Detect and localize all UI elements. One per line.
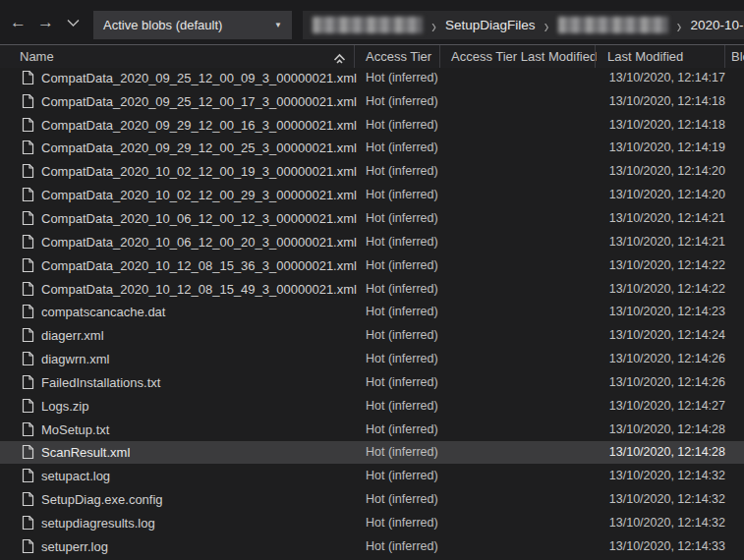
- file-name-cell: CompatData_2020_09_25_12_00_17_3_0000002…: [41, 93, 357, 108]
- file-list-rows: CompatData_2020_09_25_12_00_09_3_0000002…: [0, 68, 744, 558]
- last-modified-cell: 13/10/2020, 12:14:22: [609, 258, 725, 272]
- last-modified-cell: 13/10/2020, 12:14:32: [609, 516, 725, 530]
- file-icon: [22, 491, 34, 507]
- last-modified-cell: 13/10/2020, 12:14:28: [609, 422, 725, 436]
- access-tier-cell: Hot (inferred): [366, 140, 438, 154]
- last-modified-cell: 13/10/2020, 12:14:20: [609, 188, 725, 201]
- file-icon: [22, 515, 34, 531]
- column-header-blob-type[interactable]: Blob Type: [731, 45, 744, 68]
- table-row[interactable]: CompatData_2020_10_12_08_15_36_3_0000002…: [0, 253, 744, 277]
- file-name-cell: CompatData_2020_10_02_12_00_29_3_0000002…: [41, 188, 357, 202]
- last-modified-cell: 13/10/2020, 12:14:27: [609, 399, 725, 413]
- access-tier-cell: Hot (inferred): [366, 492, 438, 506]
- column-header-access-tier[interactable]: Access Tier: [366, 45, 431, 68]
- table-row[interactable]: CompatData_2020_09_29_12_00_16_3_0000002…: [0, 113, 744, 137]
- file-icon: [22, 398, 34, 414]
- last-modified-cell: 13/10/2020, 12:14:17: [609, 71, 725, 84]
- breadcrumb-segment[interactable]: 2020-10-13: [691, 18, 744, 32]
- breadcrumb-separator-icon: ›: [431, 14, 436, 36]
- table-header: Name Access Tier Access Tier Last Modifi…: [0, 45, 744, 68]
- access-tier-cell: Hot (inferred): [366, 516, 438, 530]
- last-modified-cell: 13/10/2020, 12:14:28: [609, 445, 725, 459]
- access-tier-cell: Hot (inferred): [366, 235, 438, 249]
- access-tier-cell: Hot (inferred): [366, 71, 438, 84]
- last-modified-cell: 13/10/2020, 12:14:33: [609, 539, 725, 553]
- file-name-cell: diagerr.xml: [41, 328, 104, 343]
- file-icon: [22, 93, 34, 109]
- access-tier-cell: Hot (inferred): [366, 469, 438, 482]
- file-name-cell: setupdiagresults.log: [41, 515, 155, 530]
- table-row[interactable]: setuperr.logHot (inferred)13/10/2020, 12…: [0, 534, 744, 558]
- file-list: CompatData_2020_09_25_12_00_09_3_0000002…: [0, 68, 744, 560]
- breadcrumb-segment[interactable]: SetupDiagFiles: [445, 18, 536, 32]
- table-row[interactable]: CompatData_2020_10_12_08_15_49_3_0000002…: [0, 277, 744, 301]
- blob-view-dropdown[interactable]: Active blobs (default) ▼: [93, 11, 292, 39]
- breadcrumb-separator-icon: ›: [544, 14, 549, 36]
- table-row[interactable]: Logs.zipHot (inferred)13/10/2020, 12:14:…: [0, 394, 744, 418]
- sort-ascending-icon[interactable]: [332, 50, 347, 68]
- table-row[interactable]: FailedInstallations.txtHot (inferred)13/…: [0, 370, 744, 394]
- last-modified-cell: 13/10/2020, 12:14:32: [609, 492, 725, 506]
- breadcrumb: ›SetupDiagFiles››2020-10-13: [303, 11, 744, 39]
- column-divider[interactable]: [595, 45, 596, 68]
- file-icon: [22, 444, 34, 460]
- table-row[interactable]: MoSetup.txtHot (inferred)13/10/2020, 12:…: [0, 418, 744, 441]
- file-name-cell: CompatData_2020_09_29_12_00_16_3_0000002…: [41, 117, 357, 132]
- table-row[interactable]: SetupDiag.exe.configHot (inferred)13/10/…: [0, 487, 744, 511]
- breadcrumb-redacted-segment[interactable]: [558, 17, 668, 33]
- file-name-cell: Logs.zip: [41, 398, 88, 413]
- file-icon: [22, 421, 34, 437]
- column-divider[interactable]: [354, 45, 355, 68]
- breadcrumb-redacted-segment[interactable]: [313, 17, 423, 33]
- table-row[interactable]: diagerr.xmlHot (inferred)13/10/2020, 12:…: [0, 323, 744, 347]
- file-name-cell: CompatData_2020_10_02_12_00_19_3_0000002…: [41, 164, 357, 179]
- access-tier-cell: Hot (inferred): [366, 258, 438, 272]
- column-header-access-tier-last-modified[interactable]: Access Tier Last Modified: [451, 45, 597, 68]
- last-modified-cell: 13/10/2020, 12:14:32: [609, 469, 725, 482]
- access-tier-cell: Hot (inferred): [366, 352, 438, 365]
- file-icon: [22, 304, 34, 319]
- blob-explorer-window: ← → ↑ Active blobs (default) ▼ ›SetupDia…: [0, 0, 744, 560]
- file-icon: [22, 234, 34, 250]
- forward-icon[interactable]: →: [35, 11, 56, 34]
- table-row[interactable]: CompatData_2020_10_02_12_00_19_3_0000002…: [0, 159, 744, 183]
- file-name-cell: SetupDiag.exe.config: [41, 492, 163, 507]
- table-row[interactable]: CompatData_2020_10_02_12_00_29_3_0000002…: [0, 183, 744, 206]
- table-row[interactable]: diagwrn.xmlHot (inferred)13/10/2020, 12:…: [0, 347, 744, 370]
- file-icon: [22, 140, 34, 155]
- last-modified-cell: 13/10/2020, 12:14:20: [609, 164, 725, 178]
- file-name-cell: compatscancache.dat: [41, 305, 165, 319]
- last-modified-cell: 13/10/2020, 12:14:26: [609, 352, 725, 365]
- file-name-cell: setuperr.log: [41, 538, 108, 553]
- table-row[interactable]: CompatData_2020_09_25_12_00_17_3_0000002…: [0, 89, 744, 113]
- table-row[interactable]: compatscancache.datHot (inferred)13/10/2…: [0, 300, 744, 323]
- column-divider[interactable]: [724, 45, 725, 68]
- last-modified-cell: 13/10/2020, 12:14:19: [609, 140, 725, 154]
- file-name-cell: CompatData_2020_09_25_12_00_09_3_0000002…: [41, 70, 357, 84]
- breadcrumb-separator-icon: ›: [677, 14, 682, 36]
- table-row[interactable]: CompatData_2020_09_29_12_00_25_3_0000002…: [0, 137, 744, 160]
- file-name-cell: MoSetup.txt: [41, 421, 109, 436]
- column-divider[interactable]: [439, 45, 440, 68]
- table-row[interactable]: CompatData_2020_10_06_12_00_12_3_0000002…: [0, 206, 744, 230]
- last-modified-cell: 13/10/2020, 12:14:21: [609, 235, 725, 249]
- table-row[interactable]: CompatData_2020_10_06_12_00_20_3_0000002…: [0, 230, 744, 253]
- table-row[interactable]: ScanResult.xmlHot (inferred)13/10/2020, …: [0, 441, 744, 465]
- column-header-last-modified[interactable]: Last Modified: [607, 45, 683, 68]
- chevron-down-icon[interactable]: [63, 11, 84, 34]
- table-row[interactable]: CompatData_2020_09_25_12_00_09_3_0000002…: [0, 68, 744, 89]
- access-tier-cell: Hot (inferred): [366, 399, 438, 413]
- file-icon: [22, 538, 34, 554]
- column-header-name[interactable]: Name: [20, 45, 54, 68]
- table-row[interactable]: setupdiagresults.logHot (inferred)13/10/…: [0, 511, 744, 534]
- file-icon: [22, 351, 34, 366]
- access-tier-cell: Hot (inferred): [366, 305, 438, 318]
- table-row[interactable]: setupact.logHot (inferred)13/10/2020, 12…: [0, 464, 744, 487]
- file-icon: [22, 281, 34, 297]
- file-name-cell: CompatData_2020_10_12_08_15_36_3_0000002…: [41, 257, 357, 272]
- back-icon[interactable]: ←: [8, 11, 29, 34]
- file-icon: [22, 210, 34, 226]
- access-tier-cell: Hot (inferred): [366, 94, 438, 108]
- access-tier-cell: Hot (inferred): [366, 282, 438, 296]
- last-modified-cell: 13/10/2020, 12:14:21: [609, 211, 725, 225]
